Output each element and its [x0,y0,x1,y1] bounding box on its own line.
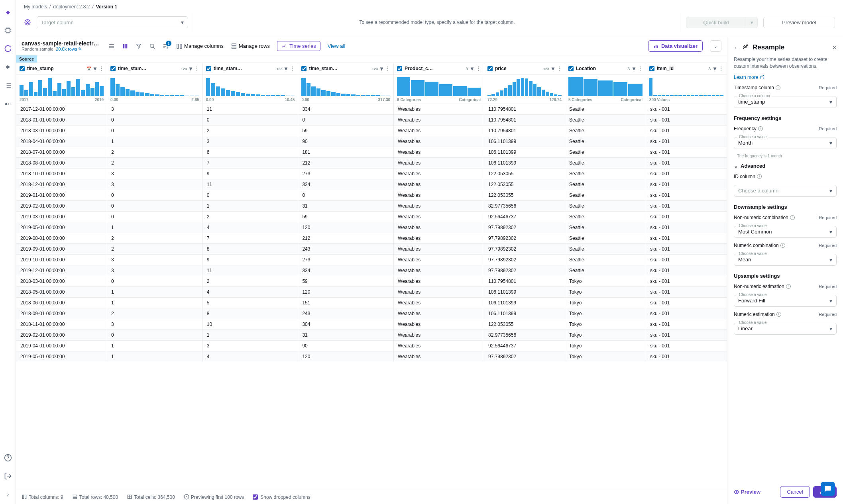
logo-icon[interactable]: ◆ [4,8,12,16]
table-row[interactable]: 2019-03-01 00:00:000259Wearables92.56446… [16,212,727,222]
table-row[interactable]: 2018-09-01 00:00:0028243Wearables106.110… [16,308,727,319]
preview-button[interactable]: Preview [734,486,760,498]
column-header[interactable]: price 123 ▾ ⋮ [484,63,565,75]
table-row[interactable]: 2019-05-01 00:00:0014120Wearables97.7989… [16,222,727,233]
info-icon[interactable]: i [780,243,785,248]
nonnumeric-combination-select[interactable]: Choose a valueMost Common▾ [734,226,837,238]
table-row[interactable]: 2018-10-01 00:00:0039273Wearables122.053… [16,169,727,179]
info-icon[interactable]: i [790,215,795,220]
chevron-down-icon[interactable]: ▾ [633,65,635,72]
manage-columns-button[interactable]: Manage columns [176,43,224,49]
table-row[interactable]: 2018-06-01 00:00:0015151Wearables106.110… [16,298,727,308]
sample-link[interactable]: 20.0k rows [56,47,77,51]
more-icon[interactable]: ⋮ [719,66,723,71]
table-row[interactable]: 2018-03-01 00:00:000259Wearables110.7954… [16,276,727,287]
table-row[interactable]: 2018-03-01 00:00:000259Wearables110.7954… [16,126,727,136]
column-view-icon[interactable] [122,43,128,49]
back-icon[interactable]: ← [734,45,739,51]
logout-icon[interactable] [4,472,12,480]
chevron-down-icon[interactable]: ▾ [189,65,192,72]
nonnumeric-estimation-select[interactable]: Choose a valueForward Fill▾ [734,295,837,307]
more-icon[interactable]: ⋮ [385,66,390,71]
column-header[interactable]: time_stam… 123 ▾ ⋮ [298,63,393,75]
preview-model-button[interactable]: Preview model [763,17,835,28]
table-row[interactable]: 2019-02-01 00:00:000131Wearables82.97735… [16,330,727,341]
numeric-combination-select[interactable]: Choose a valueMean▾ [734,254,837,266]
more-icon[interactable]: ⋮ [99,66,104,71]
filter-icon[interactable] [136,43,142,49]
frequency-select[interactable]: Choose a valueMonth▾ [734,137,837,149]
column-header[interactable]: time_stamp 📅 ▾ ⋮ [16,63,107,75]
list-icon[interactable] [4,81,12,89]
column-checkbox[interactable] [397,66,402,71]
table-row[interactable]: 2019-09-01 00:00:0028243Wearables97.7989… [16,244,727,255]
column-checkbox[interactable] [301,66,307,71]
chevron-down-icon[interactable]: ▾ [94,65,96,72]
close-icon[interactable]: ✕ [832,45,837,51]
search-icon[interactable] [149,43,155,49]
chip-icon[interactable] [4,26,12,34]
column-checkbox[interactable] [206,66,211,71]
table-row[interactable]: 2019-01-01 00:00:00000Wearables122.05305… [16,190,727,201]
more-icon[interactable]: ⋮ [290,66,295,71]
timestamp-column-select[interactable]: Choose a columntime_stamp▾ [734,96,837,108]
table-row[interactable]: 2018-07-01 00:00:0026181Wearables106.110… [16,147,727,158]
column-checkbox[interactable] [20,66,25,71]
chevron-down-icon[interactable]: ▾ [713,65,716,72]
more-icon[interactable]: ⋮ [557,66,562,71]
sort-icon[interactable]: 1 [163,43,169,49]
column-header[interactable]: time_stam… 123 ▾ ⋮ [107,63,202,75]
column-header[interactable]: time_stam… 123 ▾ ⋮ [203,63,298,75]
chevron-down-icon[interactable]: ▾ [285,65,287,72]
chevron-down-icon[interactable]: ▾ [471,65,474,72]
edit-icon[interactable]: ✎ [78,47,82,51]
table-row[interactable]: 2019-10-01 00:00:0039273Wearables97.7989… [16,255,727,265]
refresh-icon[interactable] [4,45,12,53]
chevron-right-icon[interactable]: › [4,490,12,498]
info-icon[interactable]: i [786,284,791,289]
info-icon[interactable]: i [757,174,762,179]
data-visualizer-button[interactable]: Data visualizer [648,40,703,52]
column-header[interactable]: item_id A ▾ ⋮ [646,63,727,75]
table-row[interactable]: 2018-04-01 00:00:001390Wearables106.1101… [16,136,727,147]
table-row[interactable]: 2019-02-01 00:00:000131Wearables82.97735… [16,201,727,212]
table-row[interactable]: 2017-12-01 00:00:00311334Wearables110.79… [16,104,727,115]
advanced-toggle[interactable]: ⌄Advanced [734,163,837,169]
info-icon[interactable]: i [776,312,781,317]
column-header[interactable]: Location A ▾ ⋮ [565,63,646,75]
table-row[interactable]: 2019-08-01 00:00:0027212Wearables97.7989… [16,233,727,244]
more-menu-button[interactable]: ⌄ [710,40,721,52]
time-series-pill[interactable]: Time series [277,41,320,51]
table-row[interactable]: 2018-11-01 00:00:00310304Wearables122.05… [16,319,727,330]
info-icon[interactable]: i [776,85,780,90]
id-column-select[interactable]: Choose a column▾ [734,185,837,197]
breadcrumb[interactable]: My models/ deployment 2.8.2/ Version 1 [24,4,117,10]
cancel-button[interactable]: Cancel [780,486,810,498]
more-icon[interactable]: ⋮ [195,66,199,71]
table-row[interactable]: 2019-05-01 00:00:0014120Wearables97.7989… [16,351,727,362]
more-icon[interactable]: ⋮ [476,66,481,71]
column-checkbox[interactable] [487,66,493,71]
table-row[interactable]: 2018-05-01 00:00:0014120Wearables106.110… [16,287,727,298]
asterisk-icon[interactable]: ✱ [4,63,12,71]
toggle-icon[interactable]: ●○ [4,100,12,108]
numeric-estimation-select[interactable]: Choose a valueLinear▾ [734,323,837,335]
chevron-down-icon[interactable]: ▾ [552,65,554,72]
help-icon[interactable] [4,454,12,462]
table-row[interactable]: 2019-04-01 00:00:001390Wearables92.56446… [16,341,727,351]
chevron-down-icon[interactable]: ▾ [380,65,383,72]
list-view-icon[interactable] [108,43,115,49]
column-checkbox[interactable] [649,66,654,71]
column-header[interactable]: Product_c… A ▾ ⋮ [394,63,484,75]
target-column-select[interactable]: Target column▾ [37,16,188,28]
more-icon[interactable]: ⋮ [638,66,643,71]
table-row[interactable]: 2018-08-01 00:00:0027212Wearables106.110… [16,158,727,169]
manage-rows-button[interactable]: Manage rows [231,43,270,49]
learn-more-link[interactable]: Learn more [734,75,837,80]
info-icon[interactable]: i [758,126,763,131]
view-all-link[interactable]: View all [328,43,346,49]
table-row[interactable]: 2018-12-01 00:00:00311334Wearables122.05… [16,179,727,190]
show-dropped-checkbox[interactable]: Show dropped columns [253,494,310,500]
column-checkbox[interactable] [110,66,116,71]
table-row[interactable]: 2019-12-01 00:00:00311334Wearables97.798… [16,265,727,276]
